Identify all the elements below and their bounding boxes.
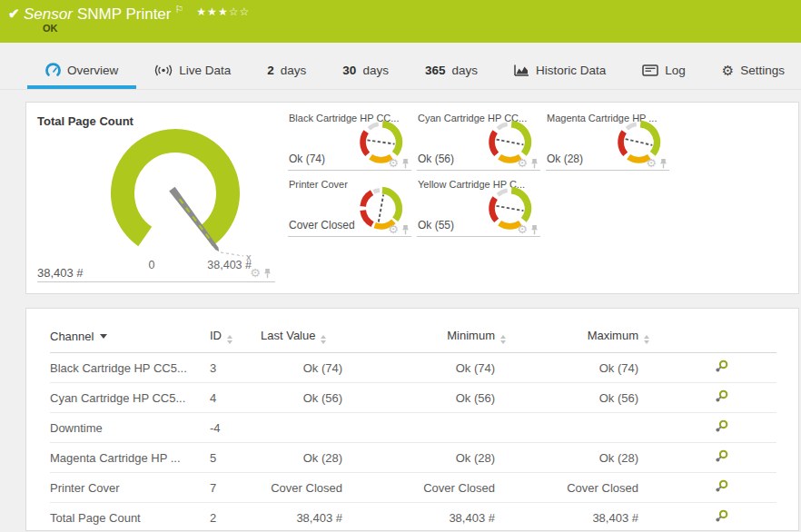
gauge-current-value: Ok (56) — [418, 153, 454, 165]
column-header-id[interactable]: ID — [210, 324, 261, 353]
channel-maximum: Cover Closed — [506, 473, 649, 503]
tab-2-days[interactable]: 2 days — [249, 54, 324, 89]
channel-link[interactable]: Cyan Cartridge HP CC5... — [50, 391, 185, 405]
channel-maximum: Ok (28) — [506, 443, 649, 473]
channel-maximum: 38,403 # — [506, 503, 649, 532]
channel-link[interactable]: Downtime — [50, 421, 103, 435]
channel-minimum: Ok (28) — [353, 443, 506, 473]
table-header-row: Channel ID Last Value Minimum Maximum — [50, 324, 776, 353]
sort-icon — [321, 335, 326, 344]
tab-30-days[interactable]: 30 days — [324, 54, 407, 89]
gauge-settings-gear-icon[interactable]: ⚙ — [646, 157, 657, 169]
channel-graph-magnifier-icon[interactable] — [715, 360, 728, 373]
channel-last-value: Ok (74) — [261, 353, 353, 383]
table-row: Black Cartridge HP CC5... 3 Ok (74) Ok (… — [50, 353, 776, 383]
pin-icon[interactable] — [263, 268, 272, 279]
gauge-current-value: Ok (55) — [418, 219, 454, 232]
channel-last-value: Ok (28) — [261, 443, 353, 473]
channel-link[interactable]: Total Page Count — [50, 511, 141, 525]
channel-id: -4 — [210, 413, 261, 443]
table-row: Downtime -4 — [50, 413, 776, 443]
gear-icon: ⚙ — [722, 64, 734, 77]
tab-365-days[interactable]: 365 days — [407, 54, 496, 89]
gauge-needle — [497, 140, 524, 145]
pin-icon[interactable] — [659, 158, 668, 169]
column-header-channel[interactable]: Channel — [50, 324, 210, 353]
tab-label: Settings — [740, 64, 785, 77]
small-gauges-grid: Black Cartridge HP CC... Ok (74) ⚙ Cyan … — [288, 106, 798, 293]
tab-label: days — [362, 64, 389, 77]
gauge-cell-yellow-cartridge: Yellow Cartridge HP C... Ok (55) ⚙ — [417, 172, 540, 237]
pin-icon[interactable] — [530, 224, 539, 235]
column-header-last-value[interactable]: Last Value — [261, 324, 353, 353]
channel-id: 5 — [210, 443, 261, 473]
gauge-footer: 38,403 # ⚙ — [37, 266, 273, 280]
sort-icon — [227, 335, 232, 344]
channel-last-value: 38,403 # — [261, 503, 353, 532]
gauge-settings-gear-icon[interactable]: ⚙ — [388, 157, 399, 169]
channel-link[interactable]: Printer Cover — [50, 481, 120, 495]
table-row: Printer Cover 7 Cover Closed Cover Close… — [50, 473, 776, 503]
channel-graph-magnifier-icon[interactable] — [715, 449, 728, 463]
channel-link[interactable]: Magenta Cartridge HP ... — [50, 451, 181, 465]
channel-minimum: Ok (56) — [353, 383, 506, 413]
channel-graph-magnifier-icon[interactable] — [715, 419, 728, 433]
stars-filled[interactable]: ★★★ — [196, 5, 228, 18]
gauge-settings-gear-icon[interactable]: ⚙ — [250, 267, 261, 279]
pin-icon[interactable] — [401, 224, 410, 235]
gauge-current-value: Cover Closed — [289, 219, 355, 232]
channel-maximum — [506, 413, 649, 443]
gauge-settings-gear-icon[interactable]: ⚙ — [388, 223, 399, 235]
chart-icon — [514, 64, 529, 76]
channel-graph-magnifier-icon[interactable] — [715, 479, 728, 493]
sensor-title: SNMP Printer — [77, 5, 172, 23]
column-header-minimum[interactable]: Minimum — [353, 324, 506, 353]
gauge-needle — [379, 195, 383, 222]
gauge-needle — [626, 139, 653, 145]
sort-icon — [500, 335, 506, 344]
channel-id: 7 — [210, 473, 261, 503]
status-badge: OK — [43, 23, 58, 34]
flag-icon[interactable]: ⚐ — [174, 4, 183, 15]
channel-last-value: Cover Closed — [261, 473, 353, 503]
channel-id: 3 — [210, 353, 261, 383]
column-header-maximum[interactable]: Maximum — [506, 324, 649, 353]
channel-minimum: Ok (74) — [353, 353, 506, 383]
tab-number: 365 — [425, 64, 446, 77]
sort-icon — [644, 335, 649, 344]
tab-log[interactable]: Log — [624, 54, 704, 89]
tab-live-data[interactable]: Live Data — [136, 54, 249, 89]
gauge-current-value: Ok (28) — [547, 153, 583, 165]
channel-graph-magnifier-icon[interactable] — [715, 389, 728, 403]
sensor-type-label: Sensor — [24, 5, 73, 23]
gauge-current-value: Ok (74) — [289, 153, 325, 165]
channel-graph-magnifier-icon[interactable] — [715, 509, 728, 523]
tab-bar: Overview Live Data 2 days 30 days 365 da… — [0, 43, 801, 90]
gauge-cell-cyan-cartridge: Cyan Cartridge HP CC... Ok (56) ⚙ — [417, 106, 540, 171]
status-check-icon: ✔ — [8, 5, 20, 22]
tab-settings[interactable]: ⚙ Settings — [704, 54, 801, 89]
gauge-settings-gear-icon[interactable]: ⚙ — [517, 157, 528, 169]
gauge-settings-gear-icon[interactable]: ⚙ — [517, 223, 528, 235]
gauge-needle — [367, 140, 394, 143]
channel-link[interactable]: Black Cartridge HP CC5... — [50, 361, 187, 375]
table-row: Total Page Count 2 38,403 # 38,403 # 38,… — [50, 503, 776, 532]
table-row: Magenta Cartridge HP ... 5 Ok (28) Ok (2… — [50, 443, 776, 473]
sensor-title-line: SensorSNMP Printer⚐★★★☆☆ — [24, 4, 250, 24]
sort-desc-icon — [100, 334, 107, 339]
channel-minimum: 38,403 # — [353, 503, 506, 532]
sensor-header: ✔ SensorSNMP Printer⚐★★★☆☆ OK — [0, 0, 801, 43]
tab-overview[interactable]: Overview — [27, 54, 136, 89]
priority-stars[interactable]: ★★★☆☆ — [196, 5, 250, 18]
pin-icon[interactable] — [401, 158, 410, 169]
tab-historic-data[interactable]: Historic Data — [496, 54, 624, 89]
channel-last-value — [261, 413, 353, 443]
tab-label: Historic Data — [536, 64, 606, 77]
total-page-count-gauge: x 0 38,403 # — [57, 121, 293, 275]
channels-panel: Channel ID Last Value Minimum Maximum Bl… — [25, 308, 799, 531]
channel-minimum: Cover Closed — [353, 473, 506, 503]
pin-icon[interactable] — [530, 158, 539, 169]
stars-empty[interactable]: ☆☆ — [229, 5, 251, 18]
column-header-actions — [649, 324, 776, 353]
tab-label: Log — [665, 64, 686, 77]
